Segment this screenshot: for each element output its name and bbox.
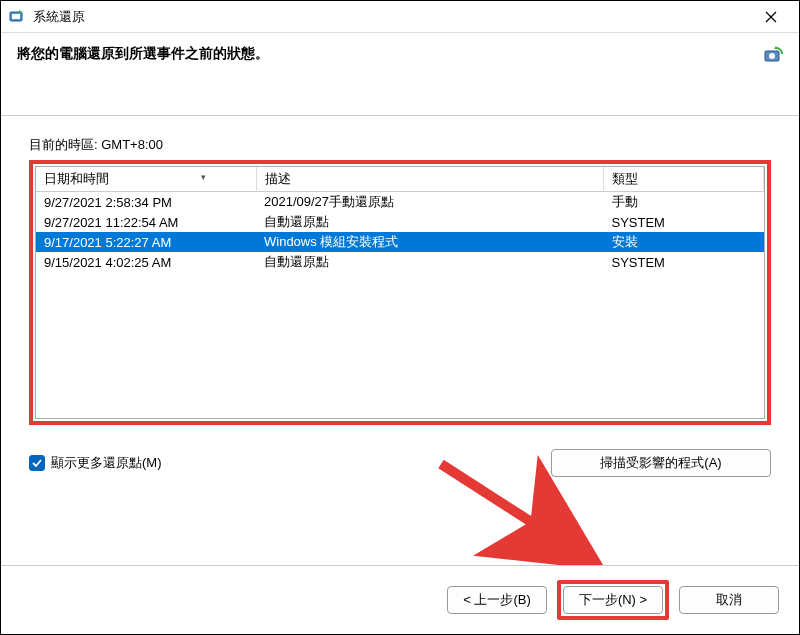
table-header-row: 日期和時間 ▾ 描述 類型 bbox=[36, 167, 764, 192]
cell-type: 手動 bbox=[604, 192, 764, 213]
restore-icon bbox=[763, 45, 783, 65]
svg-point-3 bbox=[769, 53, 775, 59]
header-area: 將您的電腦還原到所選事件之前的狀態。 bbox=[1, 33, 799, 116]
table-row[interactable]: 9/27/2021 2:58:34 PM2021/09/27手動還原點手動 bbox=[36, 192, 764, 213]
cell-date: 9/15/2021 4:02:25 AM bbox=[36, 252, 256, 272]
column-header-date[interactable]: 日期和時間 ▾ bbox=[36, 167, 256, 192]
wizard-footer: < 上一步(B) 下一步(N) > 取消 bbox=[1, 565, 799, 634]
column-header-date-label: 日期和時間 bbox=[44, 171, 109, 186]
restore-points-table: 日期和時間 ▾ 描述 類型 9/27/2021 2:58:34 PM2021/0… bbox=[36, 167, 764, 272]
cell-date: 9/27/2021 11:22:54 AM bbox=[36, 212, 256, 232]
close-button[interactable] bbox=[751, 3, 791, 31]
cell-type: SYSTEM bbox=[604, 212, 764, 232]
restore-points-table-wrap: 日期和時間 ▾ 描述 類型 9/27/2021 2:58:34 PM2021/0… bbox=[35, 166, 765, 419]
table-row[interactable]: 9/15/2021 4:02:25 AM自動還原點SYSTEM bbox=[36, 252, 764, 272]
column-header-type[interactable]: 類型 bbox=[604, 167, 764, 192]
scan-affected-button[interactable]: 掃描受影響的程式(A) bbox=[551, 449, 771, 477]
cancel-button[interactable]: 取消 bbox=[679, 586, 779, 614]
column-header-desc[interactable]: 描述 bbox=[256, 167, 604, 192]
table-row[interactable]: 9/27/2021 11:22:54 AM自動還原點SYSTEM bbox=[36, 212, 764, 232]
table-row[interactable]: 9/17/2021 5:22:27 AMWindows 模組安裝程式安裝 bbox=[36, 232, 764, 252]
options-row: 顯示更多還原點(M) 掃描受影響的程式(A) bbox=[29, 449, 771, 495]
restore-points-highlight: 日期和時間 ▾ 描述 類型 9/27/2021 2:58:34 PM2021/0… bbox=[29, 160, 771, 425]
next-button[interactable]: 下一步(N) > bbox=[563, 586, 663, 614]
cell-type: 安裝 bbox=[604, 232, 764, 252]
cell-type: SYSTEM bbox=[604, 252, 764, 272]
window-title: 系統還原 bbox=[33, 8, 751, 26]
cell-desc: 自動還原點 bbox=[256, 252, 604, 272]
title-bar: 系統還原 bbox=[1, 1, 799, 33]
svg-rect-1 bbox=[12, 14, 20, 19]
next-button-highlight: 下一步(N) > bbox=[557, 580, 669, 620]
app-icon bbox=[9, 9, 25, 25]
show-more-checkbox[interactable] bbox=[29, 455, 45, 471]
cell-date: 9/17/2021 5:22:27 AM bbox=[36, 232, 256, 252]
show-more-checkbox-wrap[interactable]: 顯示更多還原點(M) bbox=[29, 454, 162, 472]
cell-desc: 自動還原點 bbox=[256, 212, 604, 232]
timezone-label: 目前的時區: GMT+8:00 bbox=[29, 136, 771, 154]
back-button[interactable]: < 上一步(B) bbox=[447, 586, 547, 614]
content-area: 目前的時區: GMT+8:00 日期和時間 ▾ 描述 類型 9/27/2021 … bbox=[1, 116, 799, 495]
cell-date: 9/27/2021 2:58:34 PM bbox=[36, 192, 256, 213]
cell-desc: Windows 模組安裝程式 bbox=[256, 232, 604, 252]
page-subtitle: 將您的電腦還原到所選事件之前的狀態。 bbox=[17, 45, 269, 63]
sort-indicator-icon: ▾ bbox=[201, 172, 206, 182]
show-more-label: 顯示更多還原點(M) bbox=[51, 454, 162, 472]
cell-desc: 2021/09/27手動還原點 bbox=[256, 192, 604, 213]
